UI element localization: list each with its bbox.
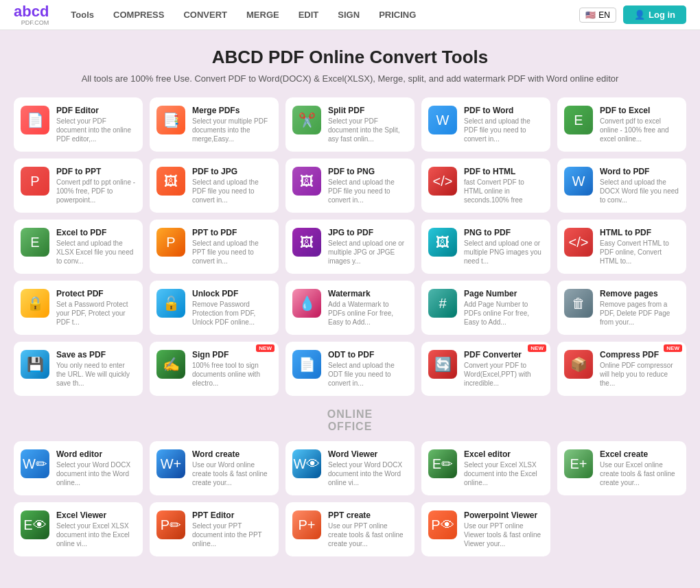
tool-card-png-to-pdf[interactable]: 🖼PNG to PDFSelect and upload one or mult…: [421, 220, 550, 274]
tool-info-pdf-to-jpg: PDF to JPGSelect and upload the PDF file…: [192, 167, 272, 204]
tool-card-html-to-pdf[interactable]: </>HTML to PDFEasy Convert HTML to PDF o…: [557, 220, 686, 274]
tool-desc-sign-pdf: 100% free tool to sign documents online …: [192, 361, 272, 388]
tool-name-odt-to-pdf: ODT to PDF: [328, 350, 408, 360]
tool-icon-word-editor: W✏: [21, 449, 49, 478]
tool-info-watermark: WatermarkAdd a Watermark to PDFs online …: [328, 289, 408, 327]
tool-name-ppt-to-pdf: PPT to PDF: [192, 228, 272, 237]
tool-card-unlock-pdf[interactable]: 🔓Unlock PDFRemove Password Protection fr…: [150, 281, 279, 335]
tool-card-split-pdf[interactable]: ✂️Split PDFSelect your PDF document into…: [285, 97, 415, 152]
tool-icon-compress-pdf: 📦: [564, 350, 593, 379]
tool-icon-word-create: W+: [156, 449, 185, 478]
tool-card-powerpoint-viewer[interactable]: P👁Powerpoint ViewerUse our PPT online Vi…: [421, 502, 550, 556]
tool-info-excel-editor: Excel editorSelect your Excel XLSX docum…: [464, 449, 544, 487]
tool-info-pdf-to-word: PDF to WordSelect and upload the PDF fil…: [464, 106, 544, 143]
tool-card-jpg-to-pdf[interactable]: 🖼JPG to PDFSelect and upload one or mult…: [285, 220, 415, 274]
nav-sign[interactable]: SIGN: [329, 7, 368, 23]
tool-icon-pdf-to-png: 🖼: [292, 167, 321, 196]
tool-card-pdf-editor[interactable]: 📄PDF EditorSelect your PDF document into…: [14, 97, 143, 152]
tool-name-pdf-to-excel: PDF to Excel: [600, 106, 679, 115]
tool-info-compress-pdf: Compress PDFOnline PDF compressor will h…: [600, 350, 679, 388]
page-title: ABCD PDF Online Convert Tools: [14, 47, 686, 68]
nav-merge[interactable]: MERGE: [238, 7, 288, 23]
tool-card-page-number[interactable]: #Page NumberAdd Page Number to PDFs onli…: [421, 281, 550, 335]
tool-desc-ppt-create: Use our PPT online create tools & fast o…: [328, 521, 408, 548]
tool-name-watermark: Watermark: [328, 289, 408, 298]
tool-card-pdf-to-ppt[interactable]: PPDF to PPTConvert pdf to ppt online - 1…: [14, 158, 143, 213]
tool-name-pdf-to-jpg: PDF to JPG: [192, 167, 272, 176]
tool-card-ppt-to-pdf[interactable]: PPPT to PDFSelect and upload the PPT fil…: [150, 220, 279, 274]
tool-icon-powerpoint-viewer: P👁: [428, 510, 457, 539]
tool-icon-merge-pdfs: 📑: [156, 106, 185, 134]
tool-icon-protect-pdf: 🔒: [21, 289, 49, 318]
tool-info-split-pdf: Split PDFSelect your PDF document into t…: [328, 106, 408, 143]
tool-name-html-to-pdf: HTML to PDF: [600, 228, 679, 237]
tool-desc-html-to-pdf: Easy Convert HTML to PDF online, Convert…: [600, 239, 679, 266]
page-subtitle: All tools are 100% free Use. Convert PDF…: [14, 73, 686, 84]
tool-card-pdf-to-word[interactable]: WPDF to WordSelect and upload the PDF fi…: [421, 97, 550, 152]
tool-card-odt-to-pdf[interactable]: 📄ODT to PDFSelect and upload the ODT fil…: [285, 342, 415, 396]
tool-card-word-create[interactable]: W+Word createUse our Word online create …: [150, 441, 279, 495]
tool-card-excel-to-pdf[interactable]: EExcel to PDFSelect and upload the XLSX …: [14, 220, 143, 274]
logo-text: abcd: [14, 4, 49, 19]
tool-desc-pdf-to-ppt: Convert pdf to ppt online - 100% free, P…: [56, 178, 136, 204]
tool-info-excel-to-pdf: Excel to PDFSelect and upload the XLSX E…: [56, 228, 136, 266]
nav-edit[interactable]: EDIT: [290, 7, 327, 23]
tool-card-pdf-to-png[interactable]: 🖼PDF to PNGSelect and upload the PDF fil…: [285, 158, 415, 213]
tool-card-protect-pdf[interactable]: 🔒Protect PDFSet a Password Protect your …: [14, 281, 143, 335]
tool-desc-watermark: Add a Watermark to PDFs online For free,…: [328, 300, 408, 327]
tool-card-excel-editor[interactable]: E✏Excel editorSelect your Excel XLSX doc…: [421, 441, 550, 495]
nav-convert[interactable]: CONVERT: [175, 7, 235, 23]
tool-icon-page-number: #: [428, 289, 457, 318]
tool-desc-page-number: Add Page Number to PDFs online For free,…: [464, 300, 544, 327]
office-tools-grid2: E👁Excel ViewerSelect your Excel XLSX doc…: [14, 502, 686, 556]
new-badge: NEW: [256, 344, 275, 352]
tool-card-word-editor[interactable]: W✏Word editorSelect your Word DOCX docum…: [14, 441, 143, 495]
tool-card-word-viewer[interactable]: W👁Word ViewerSelect your Word DOCX docum…: [285, 441, 415, 495]
tool-card-save-as-pdf[interactable]: 💾Save as PDFYou only need to enter the U…: [14, 342, 143, 396]
logo[interactable]: abcd PDF.COM: [14, 4, 49, 26]
tool-desc-excel-create: Use our Excel online create tools & fast…: [600, 460, 679, 487]
tool-card-remove-pages[interactable]: 🗑Remove pagesRemove pages from a PDF, De…: [557, 281, 686, 335]
tool-card-pdf-to-html[interactable]: </>PDF to HTMLfast Convert PDF to HTML o…: [421, 158, 550, 213]
tool-info-odt-to-pdf: ODT to PDFSelect and upload the ODT file…: [328, 350, 408, 388]
tool-name-png-to-pdf: PNG to PDF: [464, 228, 544, 237]
logo-sub: PDF.COM: [14, 19, 49, 26]
tool-info-pdf-to-html: PDF to HTMLfast Convert PDF to HTML onli…: [464, 167, 544, 204]
tool-card-ppt-create[interactable]: P+PPT createUse our PPT online create to…: [285, 502, 415, 556]
tool-desc-compress-pdf: Online PDF compressor will help you to r…: [600, 361, 679, 388]
login-label: Log in: [649, 10, 675, 20]
header-right: 🇺🇸 EN 👤 Log in: [579, 5, 686, 24]
tool-card-ppt-editor[interactable]: P✏PPT EditorSelect your PPT document int…: [150, 502, 279, 556]
tool-info-png-to-pdf: PNG to PDFSelect and upload one or multi…: [464, 228, 544, 266]
tool-desc-merge-pdfs: Select your multiple PDF documents into …: [192, 117, 272, 143]
nav-tools[interactable]: Tools: [62, 7, 102, 23]
tool-info-jpg-to-pdf: JPG to PDFSelect and upload one or multi…: [328, 228, 408, 266]
tool-desc-ppt-to-pdf: Select and upload the PPT file you need …: [192, 239, 272, 266]
language-button[interactable]: 🇺🇸 EN: [579, 8, 616, 23]
tool-name-pdf-to-html: PDF to HTML: [464, 167, 544, 176]
tool-desc-pdf-editor: Select your PDF document into the online…: [56, 117, 136, 143]
tool-icon-pdf-to-jpg: 🖼: [156, 167, 185, 196]
tool-icon-pdf-to-html: </>: [428, 167, 457, 196]
tools-grid: 📄PDF EditorSelect your PDF document into…: [14, 97, 686, 396]
nav-pricing[interactable]: PRICING: [371, 7, 424, 23]
tool-icon-word-to-pdf: W: [564, 167, 593, 196]
tool-card-pdf-to-excel[interactable]: EPDF to ExcelConvert pdf to excel online…: [557, 97, 686, 152]
tool-card-compress-pdf[interactable]: NEW📦Compress PDFOnline PDF compressor wi…: [557, 342, 686, 396]
login-button[interactable]: 👤 Log in: [623, 5, 686, 24]
tool-card-pdf-converter[interactable]: NEW🔄PDF ConverterConvert your PDF to Wor…: [421, 342, 550, 396]
tool-card-word-to-pdf[interactable]: WWord to PDFSelect and upload the DOCX W…: [557, 158, 686, 213]
tool-card-excel-create[interactable]: E+Excel createUse our Excel online creat…: [557, 441, 686, 495]
nav-compress[interactable]: COMPRESS: [105, 7, 172, 23]
tool-card-pdf-to-jpg[interactable]: 🖼PDF to JPGSelect and upload the PDF fil…: [150, 158, 279, 213]
tool-desc-png-to-pdf: Select and upload one or multiple PNG im…: [464, 239, 544, 266]
tool-card-excel-viewer[interactable]: E👁Excel ViewerSelect your Excel XLSX doc…: [14, 502, 143, 556]
tool-card-sign-pdf[interactable]: NEW✍Sign PDF100% free tool to sign docum…: [150, 342, 279, 396]
tool-card-merge-pdfs[interactable]: 📑Merge PDFsSelect your multiple PDF docu…: [150, 97, 279, 152]
tool-name-unlock-pdf: Unlock PDF: [192, 289, 272, 298]
tool-card-watermark[interactable]: 💧WatermarkAdd a Watermark to PDFs online…: [285, 281, 415, 335]
tool-desc-excel-viewer: Select your Excel XLSX document into the…: [56, 521, 136, 548]
tool-desc-word-create: Use our Word online create tools & fast …: [192, 460, 272, 487]
tool-desc-save-as-pdf: You only need to enter the URL. We will …: [56, 361, 136, 388]
tool-info-page-number: Page NumberAdd Page Number to PDFs onlin…: [464, 289, 544, 327]
